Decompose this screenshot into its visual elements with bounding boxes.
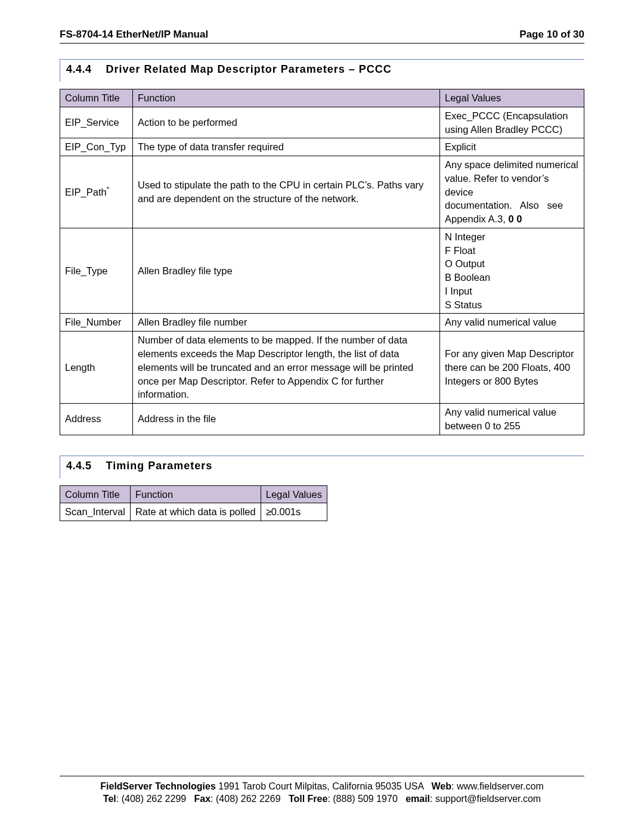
section-title: Driver Related Map Descriptor Parameters… <box>106 63 392 75</box>
table-cell: Used to stipulate the path to the CPU in… <box>133 156 440 228</box>
table-row: EIP_Path*Used to stipulate the path to t… <box>60 156 584 228</box>
table-cell: Scan_Interval <box>60 503 131 521</box>
table-cell: ≥0.001s <box>261 503 327 521</box>
section-title: Timing Parameters <box>106 460 213 472</box>
table-cell: Action to be performed <box>133 107 440 138</box>
manual-title: FS-8704-14 EtherNet/IP Manual <box>60 29 208 41</box>
table-cell: For any given Map Descriptor there can b… <box>440 332 584 404</box>
table-cell: Address <box>60 404 133 435</box>
table-cell: Allen Bradley file type <box>133 228 440 314</box>
table-body: EIP_ServiceAction to be performedExec_PC… <box>60 107 584 435</box>
table-cell: N IntegerF FloatO OutputB BooleanI Input… <box>440 228 584 314</box>
table-cell: Address in the file <box>133 404 440 435</box>
footer-line-1: FieldServer Technologies 1991 Tarob Cour… <box>60 780 584 793</box>
page-header: FS-8704-14 EtherNet/IP Manual Page 10 of… <box>60 29 584 44</box>
table-body: Scan_IntervalRate at which data is polle… <box>60 503 327 521</box>
table-header-row: Column Title Function Legal Values <box>60 485 327 503</box>
table-cell: File_Type <box>60 228 133 314</box>
table-cell: Exec_PCCC (Encapsulation using Allen Bra… <box>440 107 584 138</box>
table-row: Scan_IntervalRate at which data is polle… <box>60 503 327 521</box>
col-header: Column Title <box>60 89 133 107</box>
table-cell: File_Number <box>60 314 133 332</box>
pccc-params-table: Column Title Function Legal Values EIP_S… <box>60 89 584 435</box>
section-4-4-4: 4.4.4 Driver Related Map Descriptor Para… <box>60 59 584 82</box>
table-cell: Any space delimited numerical value. Ref… <box>440 156 584 228</box>
table-cell: EIP_Path* <box>60 156 133 228</box>
page-number: Page 10 of 30 <box>519 29 584 41</box>
table-cell: Any valid numerical value <box>440 314 584 332</box>
table-cell: The type of data transfer required <box>133 138 440 156</box>
table-cell: Any valid numerical value between 0 to 2… <box>440 404 584 435</box>
col-header: Legal Values <box>261 485 327 503</box>
table-row: AddressAddress in the fileAny valid nume… <box>60 404 584 435</box>
table-row: LengthNumber of data elements to be mapp… <box>60 332 584 404</box>
table-row: EIP_ServiceAction to be performedExec_PC… <box>60 107 584 138</box>
table-cell: Length <box>60 332 133 404</box>
table-cell: EIP_Service <box>60 107 133 138</box>
col-header: Function <box>133 89 440 107</box>
table-cell: Rate at which data is polled <box>130 503 261 521</box>
timing-params-table: Column Title Function Legal Values Scan_… <box>60 485 327 522</box>
section-4-4-5: 4.4.5 Timing Parameters <box>60 456 584 478</box>
col-header: Function <box>130 485 261 503</box>
col-header: Column Title <box>60 485 131 503</box>
table-cell: Number of data elements to be mapped. If… <box>133 332 440 404</box>
section-number: 4.4.5 <box>66 460 92 472</box>
table-cell: Explicit <box>440 138 584 156</box>
table-row: File_NumberAllen Bradley file numberAny … <box>60 314 584 332</box>
section-number: 4.4.4 <box>66 63 92 75</box>
table-row: File_TypeAllen Bradley file typeN Intege… <box>60 228 584 314</box>
page-footer: FieldServer Technologies 1991 Tarob Cour… <box>60 776 584 806</box>
col-header: Legal Values <box>440 89 584 107</box>
table-row: EIP_Con_TypThe type of data transfer req… <box>60 138 584 156</box>
footer-line-2: Tel: (408) 262 2299 Fax: (408) 262 2269 … <box>60 792 584 806</box>
table-header-row: Column Title Function Legal Values <box>60 89 584 107</box>
table-cell: EIP_Con_Typ <box>60 138 133 156</box>
table-cell: Allen Bradley file number <box>133 314 440 332</box>
